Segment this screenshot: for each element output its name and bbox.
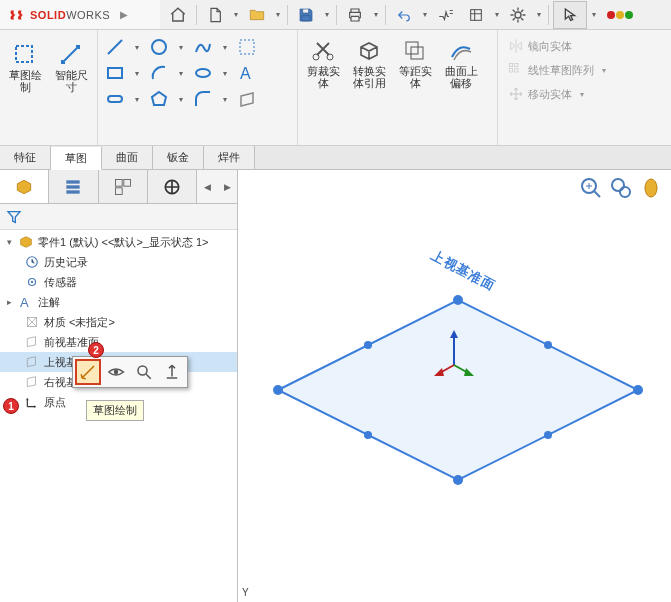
curve-offset-button[interactable]: 曲面上 偏移: [440, 36, 482, 92]
graphics-viewport[interactable]: 上视基准面 Y: [238, 170, 671, 602]
filter-icon[interactable]: [6, 209, 22, 225]
svg-point-32: [138, 366, 147, 375]
move-button[interactable]: 移动实体▾: [502, 82, 667, 106]
slot-tool[interactable]: [102, 86, 128, 112]
rebuild-dropdown[interactable]: ▾: [492, 10, 502, 19]
tree-material[interactable]: 材质 <未指定>: [0, 312, 237, 332]
tree-front-plane[interactable]: 前视基准面: [0, 332, 237, 352]
context-toolbar: [72, 356, 188, 388]
tab-weldment[interactable]: 焊件: [204, 146, 255, 169]
traffic-icon: [607, 11, 633, 19]
tree-annotations[interactable]: ▸A注解: [0, 292, 237, 312]
svg-point-43: [453, 475, 463, 485]
spline-tool[interactable]: [190, 34, 216, 60]
property-tab[interactable]: [49, 170, 98, 203]
smart-dimension-button[interactable]: 智能尺 寸: [50, 40, 92, 96]
ctx-sketch-button[interactable]: [75, 359, 101, 385]
title-chevron-icon[interactable]: ▶: [120, 9, 128, 20]
svg-rect-6: [108, 68, 122, 78]
settings-dropdown[interactable]: ▾: [534, 10, 544, 19]
arc-tool[interactable]: [146, 60, 172, 86]
home-button[interactable]: [164, 3, 192, 27]
svg-point-47: [544, 431, 552, 439]
tree-history[interactable]: 历史记录: [0, 252, 237, 272]
rebuild-button[interactable]: [462, 3, 490, 27]
svg-line-3: [108, 40, 122, 54]
separator: [287, 5, 288, 25]
tree-root[interactable]: ▾ 零件1 (默认) <<默认>_显示状态 1>: [0, 232, 237, 252]
tab-nav-left[interactable]: ◀: [197, 170, 217, 203]
open-dropdown[interactable]: ▾: [273, 10, 283, 19]
tree-sensors[interactable]: 传感器: [0, 272, 237, 292]
rectangle-tool[interactable]: [102, 60, 128, 86]
svg-line-33: [146, 374, 151, 379]
text-tool[interactable]: A: [234, 60, 260, 86]
ctx-normal-button[interactable]: [159, 359, 185, 385]
convert-button[interactable]: 转换实 体引用: [348, 36, 390, 92]
svg-rect-19: [67, 180, 80, 183]
line-tool[interactable]: [102, 34, 128, 60]
new-dropdown[interactable]: ▾: [231, 10, 241, 19]
ellipse-tool[interactable]: [190, 60, 216, 86]
fillet-tool[interactable]: [190, 86, 216, 112]
select-tool-button[interactable]: [553, 1, 587, 29]
save-dropdown[interactable]: ▾: [322, 10, 332, 19]
svg-rect-9: [108, 96, 122, 102]
solidworks-logo-icon: [8, 6, 26, 24]
svg-rect-24: [115, 187, 122, 194]
svg-text:A: A: [240, 65, 251, 82]
quick-access-toolbar: ▾ ▾ ▾ ▾ ▾ ▾ ▾ ▾: [160, 0, 671, 30]
logo-bold: SOLID: [30, 9, 66, 21]
svg-point-41: [453, 295, 463, 305]
undo-dropdown[interactable]: ▾: [420, 10, 430, 19]
separator: [336, 5, 337, 25]
svg-point-37: [620, 187, 630, 197]
svg-marker-49: [450, 330, 458, 338]
mirror-button[interactable]: 镜向实体: [502, 34, 667, 58]
offset-button[interactable]: 等距实 体: [394, 36, 436, 92]
options-button[interactable]: [432, 3, 460, 27]
circle-tool[interactable]: [146, 34, 172, 60]
new-button[interactable]: [201, 3, 229, 27]
trim-button[interactable]: 剪裁实 体: [302, 36, 344, 92]
svg-rect-0: [471, 9, 482, 20]
undo-button[interactable]: [390, 3, 418, 27]
svg-rect-5: [240, 40, 254, 54]
select-dropdown[interactable]: ▾: [589, 10, 599, 19]
save-button[interactable]: [292, 3, 320, 27]
svg-point-7: [196, 69, 210, 77]
svg-point-28: [31, 281, 33, 283]
dimxpert-tab[interactable]: [148, 170, 197, 203]
callout-1: 1: [3, 398, 19, 414]
svg-text:A: A: [20, 295, 29, 309]
zoom-area-icon[interactable]: [609, 176, 633, 200]
svg-point-45: [544, 341, 552, 349]
tab-sheetmetal[interactable]: 钣金: [153, 146, 204, 169]
ctx-zoom-button[interactable]: [131, 359, 157, 385]
open-button[interactable]: [243, 3, 271, 27]
tab-features[interactable]: 特征: [0, 146, 51, 169]
context-tooltip: 草图绘制: [86, 400, 144, 421]
svg-rect-17: [509, 69, 512, 72]
svg-point-38: [645, 179, 657, 197]
app-logo: SOLIDWORKS: [8, 6, 110, 24]
polygon-tool[interactable]: [146, 86, 172, 112]
point-tool[interactable]: [234, 34, 260, 60]
settings-button[interactable]: [504, 3, 532, 27]
tab-sketch[interactable]: 草图: [51, 147, 102, 170]
svg-point-46: [364, 431, 372, 439]
sketch-button[interactable]: 草图绘 制: [4, 40, 46, 96]
plane-tool[interactable]: [234, 86, 260, 112]
tab-nav-right[interactable]: ▶: [217, 170, 237, 203]
appearance-icon[interactable]: [639, 176, 663, 200]
zoom-fit-icon[interactable]: [579, 176, 603, 200]
tab-surface[interactable]: 曲面: [102, 146, 153, 169]
pattern-button[interactable]: 线性草图阵列▾: [502, 58, 667, 82]
svg-point-4: [152, 40, 166, 54]
feature-tree-tab[interactable]: [0, 170, 49, 203]
svg-point-44: [364, 341, 372, 349]
config-tab[interactable]: [99, 170, 148, 203]
ctx-show-button[interactable]: [103, 359, 129, 385]
print-button[interactable]: [341, 3, 369, 27]
print-dropdown[interactable]: ▾: [371, 10, 381, 19]
